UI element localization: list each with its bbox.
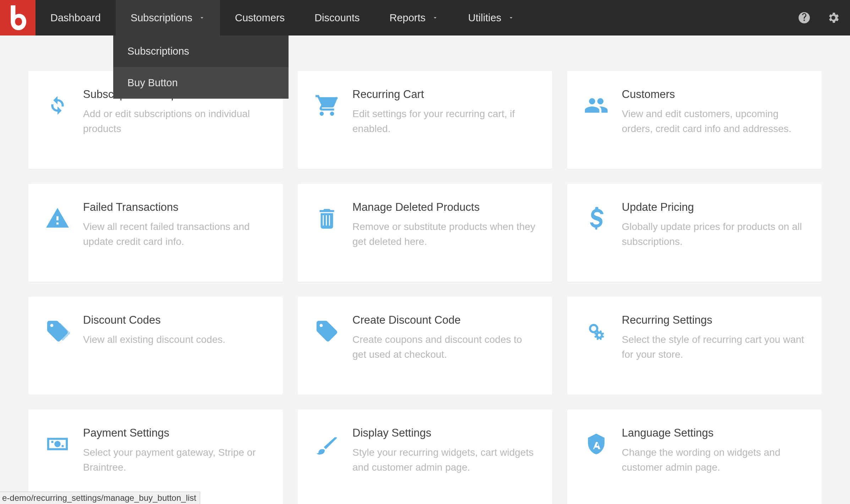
dropdown-label: Subscriptions <box>127 45 189 57</box>
card-body: Display Settings Style your recurring wi… <box>352 427 537 486</box>
card-title: Recurring Settings <box>622 314 806 327</box>
card-desc: View and edit customers, upcoming orders… <box>622 106 806 136</box>
nav-reports[interactable]: Reports <box>375 0 454 35</box>
card-body: Failed Transactions View all recent fail… <box>83 201 267 261</box>
nav-label: Reports <box>390 12 426 24</box>
card-title: Recurring Cart <box>352 88 537 101</box>
nav-label: Discounts <box>314 12 360 24</box>
chevron-down-icon <box>508 15 514 21</box>
refresh-icon <box>44 88 71 148</box>
card-body: Payment Settings Select your payment gat… <box>83 427 267 486</box>
chevron-down-icon <box>432 15 438 21</box>
card-desc: View all recent failed transactions and … <box>83 219 267 249</box>
card-customers[interactable]: Customers View and edit customers, upcom… <box>567 71 822 169</box>
warning-icon <box>44 201 71 261</box>
dropdown-buy-button[interactable]: Buy Button <box>113 67 289 99</box>
card-desc: Add or edit subscriptions on individual … <box>83 106 267 136</box>
card-desc: Style your recurring widgets, cart widge… <box>352 445 537 475</box>
card-failed-transactions[interactable]: Failed Transactions View all recent fail… <box>28 184 283 282</box>
nav-label: Dashboard <box>50 12 101 24</box>
dollar-icon <box>583 201 610 261</box>
tags-icon <box>44 314 71 373</box>
card-body: Recurring Cart Edit settings for your re… <box>352 88 537 148</box>
trash-icon <box>313 201 340 261</box>
brush-icon <box>313 427 340 486</box>
dropdown-label: Buy Button <box>127 77 178 88</box>
card-update-pricing[interactable]: Update Pricing Globally update prices fo… <box>567 184 822 282</box>
nav-dashboard[interactable]: Dashboard <box>35 0 116 35</box>
nav-customers[interactable]: Customers <box>220 0 300 35</box>
nav-label: Customers <box>235 12 285 24</box>
card-desc: Select your payment gateway, Stripe or B… <box>83 445 267 475</box>
card-recurring-settings[interactable]: Recurring Settings Select the style of r… <box>567 297 822 395</box>
top-navigation: Dashboard Subscriptions Customers Discou… <box>0 0 850 35</box>
nav-label: Subscriptions <box>131 12 192 24</box>
content: Subscription Groups Add or edit subscrip… <box>0 35 850 504</box>
tag-icon <box>313 314 340 373</box>
card-body: Update Pricing Globally update prices fo… <box>622 201 806 261</box>
logo-icon <box>8 5 27 30</box>
card-desc: Remove or substitute products when they … <box>352 219 537 249</box>
card-title: Customers <box>622 88 806 101</box>
card-body: Recurring Settings Select the style of r… <box>622 314 806 373</box>
status-text: e-demo/recurring_settings/manage_buy_but… <box>2 493 196 503</box>
language-icon <box>583 427 610 486</box>
nav-discounts[interactable]: Discounts <box>300 0 374 35</box>
help-icon[interactable] <box>797 11 811 24</box>
card-display-settings[interactable]: Display Settings Style your recurring wi… <box>298 410 552 504</box>
dropdown-subscriptions[interactable]: Subscriptions <box>113 35 289 67</box>
card-grid: Subscription Groups Add or edit subscrip… <box>28 71 822 504</box>
nav-utilities[interactable]: Utilities <box>453 0 529 35</box>
card-body: Create Discount Code Create coupons and … <box>352 314 537 373</box>
card-body: Manage Deleted Products Remove or substi… <box>352 201 537 261</box>
card-create-discount-code[interactable]: Create Discount Code Create coupons and … <box>298 297 552 395</box>
card-language-settings[interactable]: Language Settings Change the wording on … <box>567 410 822 504</box>
card-title: Update Pricing <box>622 201 806 214</box>
users-icon <box>583 88 610 148</box>
nav-subscriptions[interactable]: Subscriptions <box>116 0 220 35</box>
subscriptions-dropdown: Subscriptions Buy Button <box>113 35 289 99</box>
card-discount-codes[interactable]: Discount Codes View all existing discoun… <box>28 297 283 395</box>
card-desc: Globally update prices for products on a… <box>622 219 806 249</box>
card-body: Language Settings Change the wording on … <box>622 427 806 486</box>
card-desc: Create coupons and discount codes to get… <box>352 332 537 362</box>
card-manage-deleted-products[interactable]: Manage Deleted Products Remove or substi… <box>298 184 552 282</box>
card-payment-settings[interactable]: Payment Settings Select your payment gat… <box>28 410 283 504</box>
nav-label: Utilities <box>468 12 501 24</box>
nav-items: Dashboard Subscriptions Customers Discou… <box>35 0 797 35</box>
nav-right <box>797 0 850 35</box>
gears-icon <box>583 314 610 373</box>
card-title: Manage Deleted Products <box>352 201 537 214</box>
card-title: Discount Codes <box>83 314 267 327</box>
money-icon <box>44 427 71 486</box>
card-title: Display Settings <box>352 427 537 439</box>
card-title: Create Discount Code <box>352 314 537 327</box>
chevron-down-icon <box>199 15 205 21</box>
status-bar: e-demo/recurring_settings/manage_buy_but… <box>0 492 200 504</box>
card-desc: View all existing discount codes. <box>83 332 267 347</box>
card-recurring-cart[interactable]: Recurring Cart Edit settings for your re… <box>298 71 552 169</box>
card-desc: Select the style of recurring cart you w… <box>622 332 806 362</box>
card-title: Language Settings <box>622 427 806 439</box>
card-title: Failed Transactions <box>83 201 267 214</box>
card-body: Discount Codes View all existing discoun… <box>83 314 267 373</box>
cart-icon <box>313 88 340 148</box>
card-desc: Change the wording on widgets and custom… <box>622 445 806 475</box>
card-body: Customers View and edit customers, upcom… <box>622 88 806 148</box>
brand-logo[interactable] <box>0 0 35 35</box>
card-title: Payment Settings <box>83 427 267 439</box>
card-desc: Edit settings for your recurring cart, i… <box>352 106 537 136</box>
settings-gear-icon[interactable] <box>827 11 840 24</box>
